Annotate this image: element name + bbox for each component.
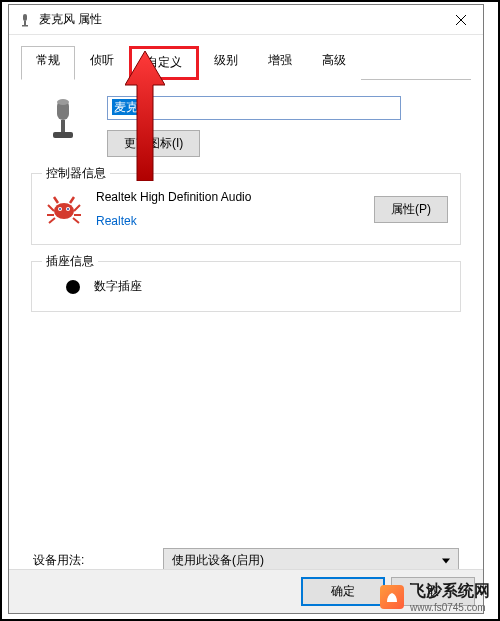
usage-label: 设备用法: (33, 552, 163, 569)
watermark-logo-icon (380, 585, 404, 609)
tab-levels[interactable]: 级别 (199, 46, 253, 80)
controller-group: 控制器信息 Realtek High Definition Audio (31, 173, 461, 245)
watermark: 飞沙系统网 www.fs0745.com (380, 581, 490, 613)
svg-point-9 (54, 203, 74, 219)
tab-enhance[interactable]: 增强 (253, 46, 307, 80)
controller-group-title: 控制器信息 (42, 165, 110, 182)
jack-color-icon (66, 280, 80, 294)
device-name-input[interactable]: 麦克风 (107, 96, 401, 120)
tab-advanced[interactable]: 高级 (307, 46, 361, 80)
controller-name: Realtek High Definition Audio (96, 190, 374, 204)
svg-point-12 (59, 208, 61, 210)
device-large-icon (43, 96, 83, 146)
jack-group-title: 插座信息 (42, 253, 98, 270)
window-title: 麦克风 属性 (39, 11, 438, 28)
svg-rect-8 (53, 132, 73, 138)
tab-listen[interactable]: 侦听 (75, 46, 129, 80)
mic-icon (17, 12, 33, 28)
tab-general[interactable]: 常规 (21, 46, 75, 80)
svg-rect-7 (61, 120, 65, 132)
realtek-icon (44, 191, 84, 227)
svg-rect-0 (23, 14, 27, 21)
tab-bar: 常规 侦听 自定义 级别 增强 高级 (21, 45, 471, 80)
svg-point-6 (57, 99, 69, 105)
controller-vendor: Realtek (96, 214, 374, 228)
watermark-name: 飞沙系统网 (410, 582, 490, 599)
watermark-url: www.fs0745.com (410, 602, 490, 613)
jack-name: 数字插座 (94, 278, 142, 295)
device-name-text: 麦克风 (112, 99, 152, 115)
tab-panel-general: 麦克风 更改图标(I) 控制器信息 (21, 80, 471, 620)
ok-button[interactable]: 确定 (301, 577, 385, 606)
jack-group: 插座信息 数字插座 (31, 261, 461, 312)
titlebar: 麦克风 属性 (9, 5, 483, 35)
properties-dialog: 麦克风 属性 常规 侦听 自定义 级别 增强 高级 (8, 4, 484, 614)
svg-rect-2 (22, 25, 28, 27)
svg-point-13 (67, 208, 69, 210)
close-button[interactable] (438, 5, 483, 35)
tab-custom[interactable]: 自定义 (129, 46, 199, 80)
controller-properties-button[interactable]: 属性(P) (374, 196, 448, 223)
svg-rect-1 (24, 21, 26, 25)
usage-value: 使用此设备(启用) (172, 552, 264, 569)
change-icon-button[interactable]: 更改图标(I) (107, 130, 200, 157)
